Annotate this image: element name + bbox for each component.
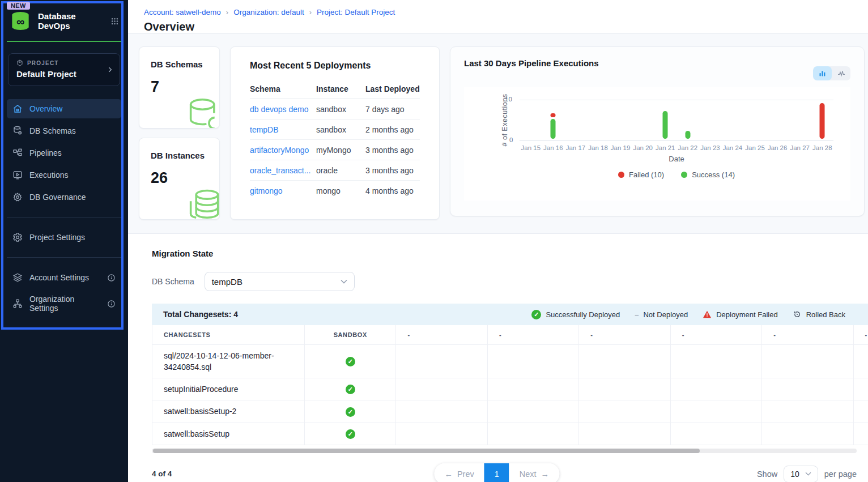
status-legend: ✓Successfully Deployed –Not Deployed Dep… (531, 310, 845, 319)
table-row: gitmongo mongo 4 months ago (250, 181, 420, 201)
x-tick: Jan 16 (542, 144, 565, 151)
sidebar-item-project-settings[interactable]: Project Settings (7, 228, 121, 247)
x-tick: Jan 15 (520, 144, 542, 151)
schema-link[interactable]: oracle_transact... (250, 166, 310, 175)
breadcrumb-organization[interactable]: Organization: default (233, 8, 304, 16)
page-title: Overview (144, 20, 852, 33)
changesets-header-band: Total Changesets: 4 ✓Successfully Deploy… (152, 304, 868, 325)
schema-link[interactable]: artifactoryMongo (250, 146, 309, 155)
row-count: 4 of 4 (152, 470, 172, 478)
sidebar-accent-rule (7, 41, 121, 42)
changesets-table-container: Total Changesets: 4 ✓Successfully Deploy… (152, 304, 868, 445)
deployed-check-icon: ✓ (346, 429, 355, 439)
deployments-table: Schema Instance Last Deployed db devops … (250, 78, 420, 201)
org-chart-icon (12, 298, 23, 309)
schema-link[interactable]: db devops demo (250, 105, 309, 114)
legend-item[interactable]: Success (14) (681, 170, 735, 179)
sidebar-item-db-governance[interactable]: DB Governance (7, 187, 121, 207)
sidebar-item-executions[interactable]: Executions (7, 165, 121, 185)
show-label: Show (757, 470, 777, 479)
bar-chart-toggle-icon[interactable] (813, 66, 832, 80)
changeset-row: setupInitialProcedure ✓ (152, 378, 868, 400)
chart-legend: Failed (10)Success (14) (520, 170, 833, 179)
sidebar-item-overview[interactable]: Overview (7, 99, 121, 118)
sidebar-nav: Overview DB Schemas Pipelines Executions… (0, 94, 128, 322)
legend-dot-icon (618, 172, 624, 178)
database-stack-icon (185, 186, 220, 220)
arrow-left-icon: ← (444, 470, 453, 479)
x-tick: Jan 20 (632, 144, 654, 151)
prev-button[interactable]: ← Prev (434, 463, 484, 482)
sidebar: NEW ∞ Database DevOps PROJE (0, 0, 128, 482)
x-tick: Jan 17 (564, 144, 587, 151)
x-tick: Jan 18 (587, 144, 610, 151)
x-tick: Jan 21 (654, 144, 676, 151)
info-icon[interactable] (107, 300, 116, 308)
x-tick: Jan 23 (699, 144, 722, 151)
x-tick: Jan 26 (766, 144, 789, 151)
deployed-check-icon: ✓ (346, 357, 355, 366)
column-header: - (396, 325, 487, 344)
sidebar-item-pipelines[interactable]: Pipelines (7, 143, 121, 163)
schema-link[interactable]: tempDB (250, 125, 279, 134)
bar-slot (587, 100, 610, 140)
nav-divider (7, 217, 121, 217)
column-header: SANDBOX (305, 325, 396, 344)
chart-bars (520, 100, 833, 140)
changeset-row: satwell:basisSetup-2 ✓ (152, 400, 868, 423)
info-icon[interactable] (107, 274, 116, 282)
stat-title: DB Schemas (151, 59, 208, 69)
page-size-select[interactable]: 10 (784, 466, 818, 482)
legend-item[interactable]: Failed (10) (618, 170, 664, 179)
column-header: - (579, 325, 670, 344)
settings-gear-icon (12, 232, 23, 242)
migration-state-section: Migration State DB Schema tempDB Total C… (128, 234, 868, 482)
changeset-name: setupInitialProcedure (152, 378, 305, 400)
chart-area: 10 0 # of Executions Jan 15Jan 16Jan 17J… (464, 87, 850, 201)
project-selector[interactable]: PROJECT Default Project (8, 53, 120, 86)
page-header: Account: satwell-demo › Organization: de… (128, 0, 868, 34)
schema-link[interactable]: gitmongo (250, 186, 283, 195)
layers-gear-icon (12, 272, 23, 283)
sidebar-item-organization-settings[interactable]: Organization Settings (7, 290, 121, 317)
deployed-check-icon: ✓ (346, 407, 355, 417)
chevron-right-icon (106, 66, 114, 74)
app-logo-icon: ∞ (9, 10, 32, 32)
chevron-right-icon: › (309, 8, 312, 16)
sidebar-item-db-schemas[interactable]: DB Schemas (7, 121, 121, 140)
bar-slot (654, 100, 676, 140)
y-tick: 0 (509, 137, 513, 143)
bar-slot (789, 100, 811, 140)
bar-slot (520, 100, 542, 140)
chart-title: Last 30 Days Pipeline Executions (464, 58, 850, 68)
db-instances-card: DB Instances 26 (139, 138, 220, 220)
arrow-right-icon: → (541, 470, 550, 479)
svg-text:∞: ∞ (16, 15, 24, 28)
next-button[interactable]: Next → (509, 463, 559, 482)
bar-failed (551, 113, 556, 117)
main-content: Account: satwell-demo › Organization: de… (128, 0, 868, 482)
changeset-name: satwell:basisSetup (152, 423, 305, 445)
table-row: db devops demo sandbox 7 days ago (250, 99, 420, 120)
horizontal-scrollbar[interactable] (152, 449, 857, 453)
line-chart-toggle-icon[interactable] (832, 66, 850, 80)
gear-icon (12, 192, 23, 202)
scrollbar-thumb[interactable] (153, 449, 700, 453)
breadcrumb-project[interactable]: Project: Default Project (317, 8, 395, 16)
project-icon (16, 59, 23, 66)
sidebar-item-account-settings[interactable]: Account Settings (7, 268, 121, 287)
bar-slot (676, 100, 699, 140)
bar-slot (632, 100, 654, 140)
app-grid-icon[interactable] (110, 17, 119, 25)
bar-slot (766, 100, 789, 140)
page-1-button[interactable]: 1 (484, 463, 509, 482)
breadcrumb-account[interactable]: Account: satwell-demo (144, 8, 221, 16)
stat-title: DB Instances (151, 151, 208, 160)
db-schema-select[interactable]: tempDB (205, 272, 355, 291)
column-header: - (762, 325, 853, 344)
recent-deployments-card: Most Recent 5 Deployments Schema Instanc… (230, 46, 440, 220)
x-tick: Jan 27 (789, 144, 811, 151)
card-title: Most Recent 5 Deployments (250, 61, 420, 71)
db-schema-label: DB Schema (152, 277, 194, 286)
database-icon (12, 126, 23, 136)
